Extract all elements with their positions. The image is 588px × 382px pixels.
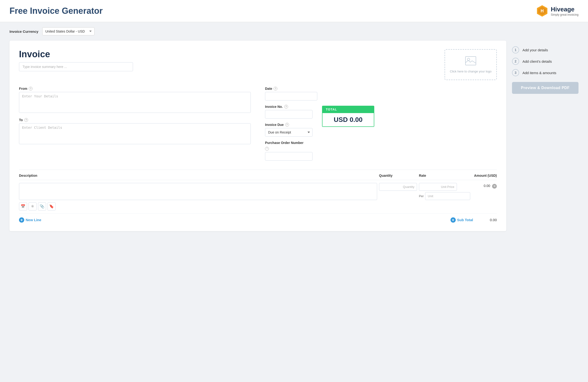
link-action-btn[interactable]: ⚛: [28, 202, 37, 211]
po-label: Purchase Order Number: [265, 141, 313, 145]
link-icon: ⚛: [31, 204, 34, 209]
step-item-1: 1 Add your details: [512, 46, 579, 53]
po-field-group: Purchase Order Number ?: [265, 141, 313, 161]
unit-input[interactable]: [425, 192, 470, 200]
new-line-plus-icon: +: [19, 217, 24, 223]
preview-download-button[interactable]: Preview & Download PDF: [512, 82, 579, 94]
step-item-2: 2 Add client's details: [512, 58, 579, 65]
steps-list: 1 Add your details 2 Add client's detail…: [512, 46, 579, 76]
total-label: TOTAL: [322, 106, 374, 113]
rate-col: Per: [419, 183, 457, 200]
line-desc-col: 📅 ⚛ 📎 🔖: [19, 183, 377, 211]
date-help-icon[interactable]: ?: [273, 87, 277, 90]
step-num-2: 2: [512, 58, 519, 65]
invoice-due-help-icon[interactable]: ?: [285, 123, 289, 127]
svg-rect-3: [465, 57, 476, 65]
invoice-no-field-group: Invoice No. ? IN-0001: [265, 105, 313, 119]
subtotal-plus-icon: +: [450, 217, 456, 223]
date-label: Date ?: [265, 87, 497, 90]
right-col-content: Date ? 2020-07-24 Invoice No. ?: [265, 87, 497, 165]
to-field-group: To ?: [19, 118, 251, 145]
invoice-form-section: From ? To ? D: [19, 87, 497, 165]
svg-text:H: H: [541, 9, 544, 13]
subtotal-label: Sub Total: [457, 218, 473, 222]
per-unit-row: Per: [419, 192, 457, 200]
amount-col: 0.00 ✕: [459, 183, 497, 189]
invoice-header-row: Invoice Click here to change your logo: [19, 49, 497, 80]
main-layout: Invoice Click here to change your logo: [0, 41, 588, 241]
subtotal-value: 0.00: [483, 218, 497, 222]
col-amount: Amount (USD): [459, 174, 497, 177]
attach-action-btn[interactable]: 📎: [38, 202, 46, 211]
tag-action-btn[interactable]: 🔖: [47, 202, 56, 211]
col-quantity: Quantity: [379, 174, 417, 177]
subtotal-row: + Sub Total 0.00: [450, 217, 497, 223]
logo-upload-text: Click here to change your logo: [450, 70, 492, 73]
quantity-col: [379, 183, 417, 191]
step-num-3: 3: [512, 69, 519, 76]
po-help-icon[interactable]: ?: [265, 147, 269, 151]
step-label-2: Add client's details: [523, 59, 552, 64]
unit-price-input[interactable]: [419, 183, 457, 191]
quantity-input[interactable]: [379, 183, 417, 191]
invoice-due-field-group: Invoice Due ? Due on Receipt Net 15 Net …: [265, 123, 313, 137]
invoice-no-label: Invoice No. ?: [265, 105, 313, 108]
date-input[interactable]: 2020-07-24: [265, 92, 317, 101]
step-num-1: 1: [512, 46, 519, 53]
invoice-due-label: Invoice Due ?: [265, 123, 313, 127]
invoice-due-select[interactable]: Due on Receipt Net 15 Net 30 Net 60 Cust…: [265, 128, 313, 137]
per-label: Per: [419, 194, 424, 198]
subtotal-button[interactable]: + Sub Total: [450, 217, 473, 223]
calendar-action-btn[interactable]: 📅: [19, 202, 27, 211]
remove-line-btn[interactable]: ✕: [492, 184, 497, 189]
from-help-icon[interactable]: ?: [29, 87, 33, 90]
sidebar: 1 Add your details 2 Add client's detail…: [512, 41, 579, 231]
invoice-card: Invoice Click here to change your logo: [9, 41, 506, 231]
date-field-group: Date ? 2020-07-24: [265, 87, 497, 101]
step-item-3: 3 Add items & amounts: [512, 69, 579, 76]
total-value: USD 0.00: [322, 113, 374, 127]
currency-bar: Invoice Currency United States Dollar - …: [0, 22, 588, 41]
calendar-icon: 📅: [21, 204, 25, 209]
from-textarea[interactable]: [19, 92, 251, 113]
table-row: 📅 ⚛ 📎 🔖: [19, 180, 497, 213]
new-line-button[interactable]: + New Line: [19, 217, 41, 223]
invoice-title-section: Invoice: [19, 49, 444, 71]
paperclip-icon: 📎: [40, 204, 44, 209]
step-label-1: Add your details: [523, 48, 548, 52]
total-box: TOTAL USD 0.00: [322, 106, 374, 127]
brand-name: Hiveage: [551, 6, 579, 13]
logo-upload-area[interactable]: Click here to change your logo: [444, 49, 497, 80]
to-help-icon[interactable]: ?: [24, 118, 28, 122]
svg-point-4: [467, 58, 470, 61]
from-label: From ?: [19, 87, 251, 90]
brand-name-area: Hiveage Simply great invoicing: [551, 6, 579, 16]
image-placeholder-icon: [465, 56, 476, 68]
line-description-input[interactable]: [19, 183, 377, 200]
form-col-right: Date ? 2020-07-24 Invoice No. ?: [265, 87, 497, 165]
invoice-summary-input[interactable]: [19, 62, 133, 71]
step-label-3: Add items & amounts: [523, 71, 556, 75]
to-label: To ?: [19, 118, 251, 122]
currency-select[interactable]: United States Dollar - USD Euro - EUR Br…: [42, 27, 95, 35]
to-textarea[interactable]: [19, 123, 251, 144]
invoice-no-help-icon[interactable]: ?: [284, 105, 288, 108]
invoice-title: Invoice: [19, 49, 444, 59]
items-section: Description Quantity Rate Amount (USD) 📅…: [19, 170, 497, 213]
page-title: Free Invoice Generator: [9, 6, 103, 16]
from-field-group: From ?: [19, 87, 251, 114]
items-header: Description Quantity Rate Amount (USD): [19, 174, 497, 180]
brand-logo: H Hiveage Simply great invoicing: [536, 5, 579, 17]
hiveage-logo-icon: H: [536, 5, 548, 17]
tag-icon: 🔖: [49, 204, 54, 209]
col-rate: Rate: [419, 174, 457, 177]
currency-label: Invoice Currency: [9, 29, 39, 34]
brand-tagline: Simply great invoicing: [551, 13, 579, 16]
line-amount: 0.00: [484, 184, 490, 188]
po-input[interactable]: [265, 152, 313, 161]
new-line-label: New Line: [26, 218, 41, 222]
invoice-footer: + New Line + Sub Total 0.00: [19, 213, 497, 223]
line-action-buttons: 📅 ⚛ 📎 🔖: [19, 202, 377, 211]
form-col-left: From ? To ?: [19, 87, 251, 165]
invoice-no-input[interactable]: IN-0001: [265, 110, 313, 119]
